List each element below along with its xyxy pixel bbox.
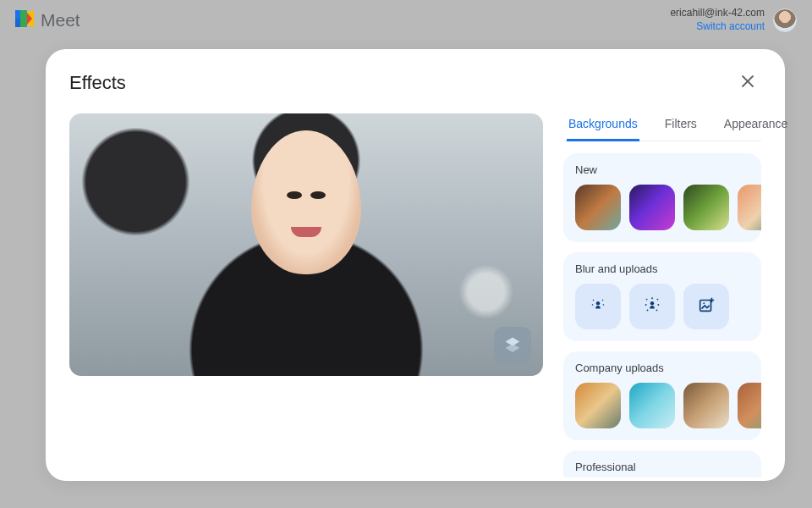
panel-header: Effects xyxy=(69,69,761,97)
panel-title: Effects xyxy=(69,72,126,94)
tabs: Backgrounds Filters Appearance xyxy=(563,113,761,141)
switch-account-link[interactable]: Switch account xyxy=(670,20,765,34)
svg-point-21 xyxy=(656,310,658,312)
blur-thumbs xyxy=(575,284,749,329)
tab-appearance[interactable]: Appearance xyxy=(722,113,790,141)
bg-thumb[interactable] xyxy=(683,185,729,230)
avatar[interactable] xyxy=(773,8,797,32)
bg-thumb[interactable] xyxy=(575,185,621,230)
svg-point-9 xyxy=(596,301,600,305)
section-company-title: Company uploads xyxy=(575,362,749,374)
bg-thumb[interactable] xyxy=(629,383,675,428)
brand: Meet xyxy=(15,10,80,30)
layers-icon xyxy=(504,335,521,356)
section-professional: Professional xyxy=(563,450,761,478)
svg-point-18 xyxy=(645,304,647,306)
svg-point-14 xyxy=(650,301,654,305)
section-blur-title: Blur and uploads xyxy=(575,262,749,275)
blur-strong-icon xyxy=(643,295,661,318)
section-professional-title: Professional xyxy=(575,461,749,473)
close-icon xyxy=(741,75,754,91)
backgrounds-scroll[interactable]: New Blur and uploads xyxy=(563,153,761,478)
effects-toggle-button[interactable] xyxy=(494,327,531,364)
effects-panel: Effects xyxy=(46,49,785,481)
blur-light-icon xyxy=(589,295,607,318)
upload-image-button[interactable] xyxy=(683,284,729,329)
effects-side: Backgrounds Filters Appearance New Blur … xyxy=(563,113,761,478)
tab-filters[interactable]: Filters xyxy=(663,113,699,141)
account-email: ericahill@ink-42.com xyxy=(670,7,765,20)
company-thumbs xyxy=(575,383,749,428)
bg-thumb[interactable] xyxy=(575,383,621,428)
brand-name: Meet xyxy=(41,10,80,30)
bg-thumb[interactable] xyxy=(738,383,761,428)
blur-strong-button[interactable] xyxy=(629,284,675,329)
account-text: ericahill@ink-42.com Switch account xyxy=(670,7,765,33)
panel-body: Backgrounds Filters Appearance New Blur … xyxy=(69,113,761,478)
svg-point-10 xyxy=(593,300,595,301)
top-bar: Meet ericahill@ink-42.com Switch account xyxy=(0,0,812,41)
svg-marker-8 xyxy=(506,344,520,352)
svg-point-15 xyxy=(646,299,648,301)
svg-point-12 xyxy=(592,304,594,306)
video-preview xyxy=(69,113,543,376)
svg-point-13 xyxy=(603,304,605,306)
svg-point-19 xyxy=(657,304,659,306)
new-thumbs xyxy=(575,185,749,230)
preview-face xyxy=(251,130,361,274)
upload-image-icon xyxy=(697,295,716,318)
section-new: New xyxy=(563,153,761,242)
svg-rect-2 xyxy=(20,10,27,27)
svg-point-16 xyxy=(651,297,653,299)
account-area: ericahill@ink-42.com Switch account xyxy=(670,7,797,33)
section-blur-uploads: Blur and uploads xyxy=(563,252,761,341)
tab-backgrounds[interactable]: Backgrounds xyxy=(567,113,639,141)
bg-thumb[interactable] xyxy=(683,383,729,428)
meet-logo-icon xyxy=(15,10,36,30)
svg-rect-1 xyxy=(15,19,20,27)
svg-point-23 xyxy=(703,302,705,304)
bg-thumb[interactable] xyxy=(738,185,761,230)
section-new-title: New xyxy=(575,163,749,176)
svg-point-17 xyxy=(657,299,659,301)
bg-thumb[interactable] xyxy=(629,185,675,230)
close-button[interactable] xyxy=(734,69,761,97)
section-company: Company uploads xyxy=(563,351,761,440)
svg-point-11 xyxy=(602,300,604,301)
blur-light-button[interactable] xyxy=(575,284,621,329)
svg-point-20 xyxy=(647,310,649,312)
svg-rect-0 xyxy=(15,10,20,19)
